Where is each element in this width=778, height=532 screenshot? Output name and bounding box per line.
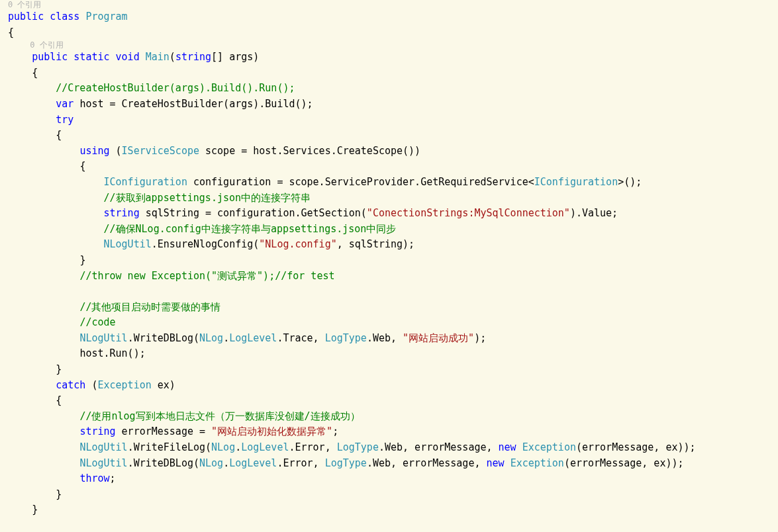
type-nlogutil-3: NLogUtil <box>79 441 127 453</box>
config-end: >(); <box>618 176 642 188</box>
kw-string: string <box>175 51 211 63</box>
cmt-code: //code <box>79 316 115 328</box>
kw-static: static <box>73 51 109 63</box>
scope-decl: scope = host.Services.CreateScope()) <box>199 145 420 157</box>
str-nlogconfig: "NLog.config" <box>259 238 336 250</box>
cmt-usenlog: //使用nlog写到本地日志文件（万一数据库没创建/连接成功） <box>79 410 360 422</box>
kw-new: new <box>499 441 516 453</box>
codelens-class-refs[interactable]: 0 个引用 <box>8 0 778 9</box>
main-params: [] args) <box>211 51 259 63</box>
host-init: = CreateHostBuilder(args).Build(); <box>104 98 313 110</box>
cmt-getappsettings: //获取到appsettings.json中的连接字符串 <box>104 192 311 204</box>
errmsg-decl: errorMessage = <box>116 425 212 437</box>
cmt-throwtest: //throw new Exception("测试异常");//for test <box>79 270 334 282</box>
str-siteiniterr: "网站启动初始化数据异常" <box>211 425 332 437</box>
type-nlogutil-2: NLogUtil <box>79 332 127 344</box>
kw-string-2: string <box>104 207 140 219</box>
str-sitesuccess: "网站启动成功" <box>403 332 474 344</box>
codelens-method-refs[interactable]: 0 个引用 <box>8 40 778 50</box>
config-decl: configuration = scope.ServiceProvider.Ge… <box>187 176 534 188</box>
cmt-otherstartup: //其他项目启动时需要做的事情 <box>79 301 220 313</box>
kw-try: try <box>56 114 73 126</box>
type-iservicescope: IServiceScope <box>122 145 199 157</box>
type-nlogutil: NLogUtil <box>104 238 152 250</box>
code-editor[interactable]: 0 个引用 public class Program { 0 个引用 publi… <box>0 0 778 518</box>
var-host: host <box>79 98 103 110</box>
type-loglevel: LogLevel <box>229 332 277 344</box>
type-program: Program <box>85 11 127 22</box>
writefilelog: .WriteFileLog( <box>128 441 211 453</box>
code-content[interactable]: public class Program { 0 个引用 public stat… <box>8 9 778 518</box>
kw-var: var <box>56 98 73 110</box>
brace-open: { <box>8 26 14 38</box>
kw-class: class <box>50 11 79 22</box>
sqlstr-end: ).Value; <box>570 207 618 219</box>
catch-ex: ex) <box>152 379 175 391</box>
kw-catch: catch <box>56 379 85 391</box>
type-iconfig-2: IConfiguration <box>534 176 618 188</box>
host-run: host.Run(); <box>79 347 145 359</box>
writedblog2: .WriteDBLog( <box>128 457 199 469</box>
type-iconfig: IConfiguration <box>104 176 187 188</box>
method-main: Main <box>146 51 170 63</box>
type-exception: Exception <box>97 379 151 391</box>
sqlstr-decl: sqlString = configuration.GetSection( <box>140 207 367 219</box>
sqlstr-arg: , sqlString); <box>337 238 414 250</box>
writedblog-call: .WriteDBLog( <box>128 332 199 344</box>
kw-using: using <box>79 145 109 157</box>
cmt-createhost: //CreateHostBuilder(args).Build().Run(); <box>56 82 295 94</box>
kw-public: public <box>8 11 44 22</box>
type-nlogutil-4: NLogUtil <box>79 457 127 469</box>
cmt-ensuresync: //确保NLog.config中连接字符串与appsettings.json中同… <box>104 223 397 235</box>
kw-public-2: public <box>32 51 68 63</box>
str-conn: "ConectionStrings:MySqlConnection" <box>367 207 570 219</box>
ensure-call: .EnsureNlogConfig( <box>152 238 260 250</box>
type-nlog: NLog <box>199 332 223 344</box>
type-logtype: LogType <box>325 332 367 344</box>
kw-void: void <box>116 51 140 63</box>
kw-string-3: string <box>79 425 115 437</box>
kw-throw: throw <box>79 472 109 484</box>
kw-new-2: new <box>487 457 505 469</box>
